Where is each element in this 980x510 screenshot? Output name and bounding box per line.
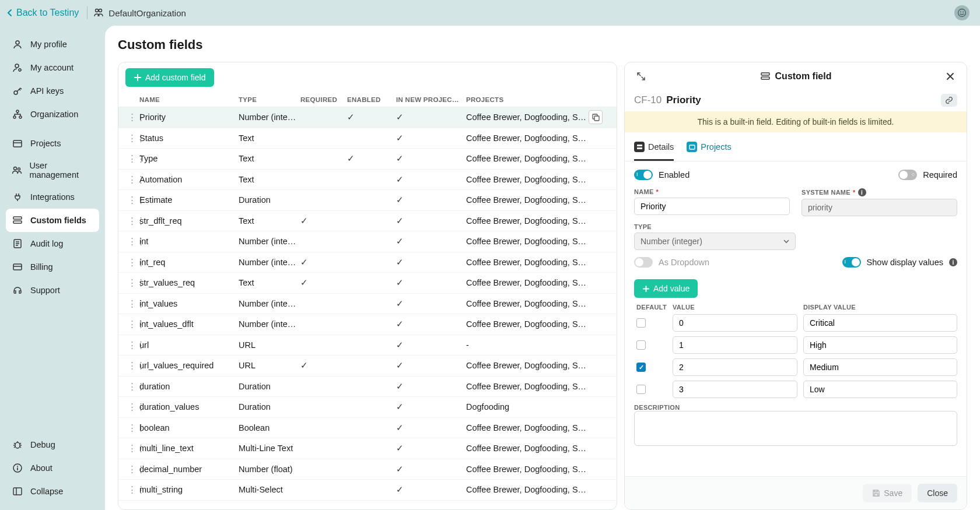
table-row[interactable]: ⋮⋮duration_valuesDuration✓Dogfooding <box>118 397 617 418</box>
drag-handle-icon[interactable]: ⋮⋮ <box>128 423 139 432</box>
table-row[interactable]: ⋮⋮intNumber (inte…✓Coffee Brewer, Dogfoo… <box>118 231 617 252</box>
sidebar-item-billing[interactable]: Billing <box>6 255 99 279</box>
table-row[interactable]: ⋮⋮decimal_numberNumber (float)✓Coffee Br… <box>118 459 617 480</box>
sidebar-item-custom-fields[interactable]: Custom fields <box>6 209 99 232</box>
table-body[interactable]: ⋮⋮PriorityNumber (inte…✓✓Coffee Brewer, … <box>118 107 617 509</box>
default-checkbox[interactable] <box>636 318 646 328</box>
svg-point-11 <box>19 116 22 118</box>
drag-handle-icon[interactable]: ⋮⋮ <box>128 216 139 226</box>
add-custom-field-button[interactable]: Add custom field <box>125 68 214 87</box>
th-projects[interactable]: PROJECTS <box>466 96 589 103</box>
cell-name: Type <box>139 154 239 163</box>
value-input[interactable] <box>673 336 797 354</box>
sidebar-item-my-profile[interactable]: My profile <box>6 33 99 56</box>
table-row[interactable]: ⋮⋮int_reqNumber (inte…✓✓Coffee Brewer, D… <box>118 252 617 273</box>
cell-projects: Coffee Brewer, Dogfooding, S… <box>466 216 589 226</box>
drag-handle-icon[interactable]: ⋮⋮ <box>128 444 139 453</box>
back-link[interactable]: Back to Testiny <box>7 8 87 18</box>
table-row[interactable]: ⋮⋮AutomationText✓Coffee Brewer, Dogfoodi… <box>118 170 617 191</box>
table-row[interactable]: ⋮⋮EstimateDuration✓Coffee Brewer, Dogfoo… <box>118 190 617 211</box>
table-row[interactable]: ⋮⋮int_values_dfltNumber (inte…✓Coffee Br… <box>118 314 617 335</box>
tab-projects[interactable]: Projects <box>687 138 731 161</box>
display-value-input[interactable] <box>803 336 957 354</box>
drag-handle-icon[interactable]: ⋮⋮ <box>128 361 139 370</box>
default-checkbox[interactable] <box>636 363 646 372</box>
sidebar-collapse[interactable]: Collapse <box>6 480 99 503</box>
drag-handle-icon[interactable]: ⋮⋮ <box>128 278 139 287</box>
drag-handle-icon[interactable]: ⋮⋮ <box>128 299 139 308</box>
table-row[interactable]: ⋮⋮booleanBoolean✓Coffee Brewer, Dogfoodi… <box>118 418 617 439</box>
default-checkbox[interactable] <box>636 340 646 350</box>
table-row[interactable]: ⋮⋮str_dflt_reqText✓✓Coffee Brewer, Dogfo… <box>118 211 617 232</box>
table-row[interactable]: ⋮⋮durationDuration✓Coffee Brewer, Dogfoo… <box>118 377 617 398</box>
drag-handle-icon[interactable]: ⋮⋮ <box>128 154 139 163</box>
cell-name: duration_values <box>139 402 239 411</box>
table-row[interactable]: ⋮⋮int_valuesNumber (inte…✓Coffee Brewer,… <box>118 294 617 315</box>
value-input[interactable] <box>673 381 797 398</box>
value-input[interactable] <box>673 358 797 376</box>
sidebar-item-api-keys[interactable]: API keys <box>6 79 99 103</box>
feedback-button[interactable] <box>954 5 970 20</box>
description-label: DESCRIPTION <box>634 404 957 411</box>
sidebar-item-label: Debug <box>30 440 55 449</box>
copy-link-button[interactable] <box>941 94 957 107</box>
drag-handle-icon[interactable]: ⋮⋮ <box>128 195 139 205</box>
sidebar-item-my-account[interactable]: My account <box>6 56 99 79</box>
th-type[interactable]: TYPE <box>239 96 300 103</box>
plus-icon <box>134 73 142 82</box>
table-row[interactable]: ⋮⋮url_values_requiredURL✓✓Coffee Brewer,… <box>118 356 617 377</box>
default-checkbox[interactable] <box>636 385 646 394</box>
type-select[interactable] <box>634 233 796 250</box>
th-in-new[interactable]: IN NEW PROJEC… <box>396 96 466 103</box>
drag-handle-icon[interactable]: ⋮⋮ <box>128 485 139 494</box>
table-row[interactable]: ⋮⋮TypeText✓✓Coffee Brewer, Dogfooding, S… <box>118 149 617 170</box>
info-icon[interactable]: i <box>949 258 957 266</box>
name-input[interactable] <box>634 198 790 215</box>
display-value-input[interactable] <box>803 314 957 332</box>
table-row[interactable]: ⋮⋮multi_line_textMulti-Line Text✓Coffee … <box>118 438 617 459</box>
info-icon[interactable]: i <box>858 188 866 196</box>
drag-handle-icon[interactable]: ⋮⋮ <box>128 340 139 350</box>
show-display-toggle[interactable]: I <box>842 257 861 268</box>
drag-handle-icon[interactable]: ⋮⋮ <box>128 402 139 411</box>
required-toggle[interactable]: ○ <box>898 170 917 180</box>
tab-details[interactable]: Details <box>634 138 674 161</box>
sidebar-item-label: Integrations <box>30 192 75 202</box>
value-input[interactable] <box>673 314 797 332</box>
drag-handle-icon[interactable]: ⋮⋮ <box>128 133 139 143</box>
sidebar-item-projects[interactable]: Projects <box>6 132 99 155</box>
description-input[interactable] <box>634 411 957 446</box>
close-panel-button[interactable] <box>942 68 958 85</box>
drag-handle-icon[interactable]: ⋮⋮ <box>128 237 139 246</box>
sidebar-item-audit-log[interactable]: Audit log <box>6 232 99 255</box>
display-value-input[interactable] <box>803 358 957 376</box>
drag-handle-icon[interactable]: ⋮⋮ <box>128 465 139 474</box>
add-value-button[interactable]: Add value <box>634 279 698 298</box>
enabled-toggle[interactable]: I <box>634 170 653 180</box>
row-action-button[interactable] <box>589 110 603 124</box>
th-required[interactable]: REQUIRED <box>300 96 347 103</box>
th-name[interactable]: NAME <box>139 96 239 103</box>
table-row[interactable]: ⋮⋮PriorityNumber (inte…✓✓Coffee Brewer, … <box>118 107 617 128</box>
sidebar-item-users[interactable]: User management <box>6 155 99 185</box>
table-row[interactable]: ⋮⋮multi_stringMulti-Select✓Coffee Brewer… <box>118 480 617 501</box>
drag-handle-icon[interactable]: ⋮⋮ <box>128 319 139 329</box>
sidebar-item-debug[interactable]: Debug <box>6 433 99 456</box>
expand-button[interactable] <box>633 68 649 85</box>
sidebar-item-integrations[interactable]: Integrations <box>6 185 99 209</box>
display-value-input[interactable] <box>803 381 957 398</box>
drag-handle-icon[interactable]: ⋮⋮ <box>128 112 139 122</box>
close-button[interactable]: Close <box>918 484 957 502</box>
users-icon <box>12 164 22 176</box>
table-row[interactable]: ⋮⋮StatusText✓Coffee Brewer, Dogfooding, … <box>118 128 617 149</box>
sidebar-item-organization[interactable]: Organization <box>6 103 99 126</box>
drag-handle-icon[interactable]: ⋮⋮ <box>128 382 139 391</box>
drag-handle-icon[interactable]: ⋮⋮ <box>128 175 139 184</box>
org-link[interactable]: DefaultOrganization <box>93 8 186 18</box>
drag-handle-icon[interactable]: ⋮⋮ <box>128 258 139 267</box>
sidebar-item-about[interactable]: About <box>6 456 99 480</box>
th-enabled[interactable]: ENABLED <box>347 96 396 103</box>
sidebar-item-support[interactable]: Support <box>6 279 99 302</box>
table-row[interactable]: ⋮⋮urlURL✓- <box>118 335 617 356</box>
table-row[interactable]: ⋮⋮str_values_reqText✓✓Coffee Brewer, Dog… <box>118 273 617 294</box>
